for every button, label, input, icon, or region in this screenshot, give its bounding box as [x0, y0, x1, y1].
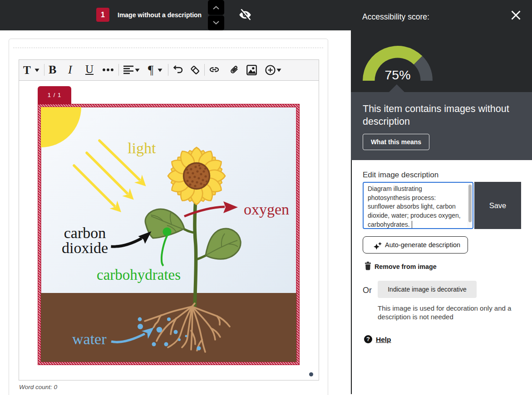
svg-text:carbohydrates: carbohydrates — [97, 267, 181, 283]
svg-text:water: water — [72, 331, 107, 347]
svg-text:carbon: carbon — [64, 224, 106, 241]
svg-text:dioxide: dioxide — [62, 239, 108, 256]
svg-text:oxygen: oxygen — [244, 201, 289, 218]
svg-text:light: light — [128, 140, 156, 156]
